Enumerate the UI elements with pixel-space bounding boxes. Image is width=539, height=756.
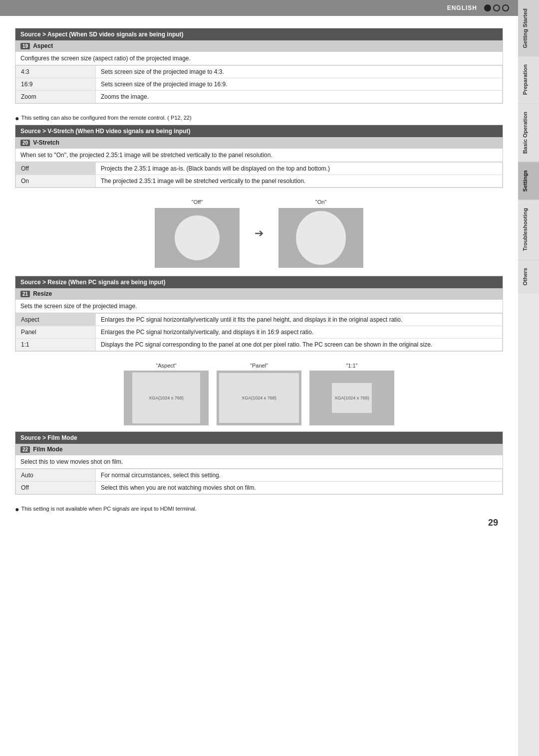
resize-frame-aspect: XGA(1024 x 768)	[124, 371, 209, 425]
filmmode-desc-auto: For normal circumstances, select this se…	[96, 469, 503, 482]
section-filmmode: Source > Film Mode 22 Film Mode Select t…	[15, 431, 503, 495]
lang-dot-1	[484, 4, 491, 11]
resize-desc-aspect: Enlarges the PC signal horizontally/vert…	[96, 314, 503, 326]
aspect-note-text: This setting can also be configured from…	[21, 115, 191, 121]
page-number: 29	[15, 518, 503, 528]
vstretch-arrow: ➔	[255, 227, 264, 240]
vstretch-option-off: Off	[16, 163, 96, 175]
resize-table: Aspect Enlarges the PC signal horizontal…	[15, 313, 503, 351]
aspect-title: Aspect	[33, 42, 53, 49]
resize-frame-11: XGA(1024 x 768)	[309, 371, 394, 425]
resize-label-11: "1:1"	[346, 363, 357, 369]
filmmode-number: 22	[20, 446, 30, 453]
sidebar-tab-preparation[interactable]: Preparation	[518, 56, 539, 103]
vstretch-table: Off Projects the 2.35:1 image as-is. (Bl…	[15, 162, 503, 188]
table-row: On The projected 2.35:1 image will be st…	[16, 175, 503, 188]
note-bullet: ●	[15, 115, 19, 122]
resize-inner-panel: XGA(1024 x 768)	[219, 373, 299, 423]
table-row: Off Projects the 2.35:1 image as-is. (Bl…	[16, 163, 503, 175]
filmmode-desc-off: Select this when you are not watching mo…	[96, 482, 503, 494]
aspect-desc-169: Sets screen size of the projected image …	[96, 78, 503, 91]
aspect-number: 19	[20, 43, 30, 49]
resize-desc-panel: Enlarges the PC signal horizontally/vert…	[96, 326, 503, 339]
resize-inner-11: XGA(1024 x 768)	[332, 383, 372, 413]
vstretch-diagram: "Off" ➔ "On"	[15, 199, 503, 268]
vstretch-frame-off	[155, 208, 240, 268]
aspect-option-zoom: Zoom	[16, 91, 96, 103]
aspect-desc-43: Sets screen size of the projected image …	[96, 66, 503, 78]
resize-diagram: "Aspect" XGA(1024 x 768) "Panel" XGA(102…	[15, 363, 503, 425]
resize-label-aspect: "Aspect"	[156, 363, 176, 369]
note-bullet-2: ●	[15, 506, 19, 513]
section-aspect: Source > Aspect (When SD video signals a…	[15, 28, 503, 104]
section-vstretch-subheader: 20 V-Stretch	[15, 137, 503, 149]
vstretch-diagram-off: "Off"	[155, 199, 240, 268]
resize-label-panel: "Panel"	[250, 363, 268, 369]
vstretch-title: V-Stretch	[33, 139, 59, 146]
aspect-option-169: 16:9	[16, 78, 96, 91]
aspect-desc-zoom: Zooms the image.	[96, 91, 503, 103]
section-resize-subheader: 21 Resize	[15, 288, 503, 300]
table-row: Panel Enlarges the PC signal horizontall…	[16, 326, 503, 339]
resize-diagram-aspect: "Aspect" XGA(1024 x 768)	[124, 363, 209, 425]
table-row: Auto For normal circumstances, select th…	[16, 469, 503, 482]
vstretch-desc: When set to "On", the projected 2.35:1 i…	[15, 149, 503, 162]
table-row: Aspect Enlarges the PC signal horizontal…	[16, 314, 503, 326]
section-filmmode-header: Source > Film Mode	[15, 432, 503, 444]
vstretch-number: 20	[20, 140, 30, 146]
resize-option-11: 1:1	[16, 339, 96, 351]
filmmode-note: ● This setting is not available when PC …	[15, 506, 503, 513]
filmmode-desc: Select this to view movies shot on film.	[15, 455, 503, 469]
vstretch-desc-off: Projects the 2.35:1 image as-is. (Black …	[96, 163, 503, 175]
vstretch-circle-on	[296, 211, 346, 265]
resize-diagram-panel: "Panel" XGA(1024 x 768)	[217, 363, 301, 425]
section-aspect-subheader: 19 Aspect	[15, 40, 503, 52]
top-bar: ENGLISH	[0, 0, 539, 16]
resize-title: Resize	[33, 290, 52, 297]
main-content: Source > Aspect (When SD video signals a…	[0, 16, 518, 543]
aspect-desc: Configures the screen size (aspect ratio…	[15, 52, 503, 65]
aspect-table: 4:3 Sets screen size of the projected im…	[15, 65, 503, 103]
section-resize-header: Source > Resize (When PC signals are bei…	[15, 276, 503, 288]
filmmode-title: Film Mode	[33, 446, 62, 453]
sidebar-tab-troubleshooting[interactable]: Troubleshooting	[518, 199, 539, 259]
resize-frame-panel: XGA(1024 x 768)	[217, 371, 301, 425]
table-row: Off Select this when you are not watchin…	[16, 482, 503, 494]
vstretch-diagram-on: "On"	[278, 199, 363, 268]
aspect-option-43: 4:3	[16, 66, 96, 78]
resize-desc: Sets the screen size of the projected im…	[15, 300, 503, 313]
section-filmmode-subheader: 22 Film Mode	[15, 444, 503, 455]
filmmode-option-auto: Auto	[16, 469, 96, 482]
filmmode-table: Auto For normal circumstances, select th…	[15, 469, 503, 494]
language-label: ENGLISH	[447, 4, 477, 11]
section-vstretch: Source > V-Stretch (When HD video signal…	[15, 125, 503, 188]
vstretch-option-on: On	[16, 175, 96, 188]
sidebar-tab-basic-operation[interactable]: Basic Operation	[518, 103, 539, 162]
sidebar-tab-others[interactable]: Others	[518, 259, 539, 293]
filmmode-option-off: Off	[16, 482, 96, 494]
resize-diagram-11: "1:1" XGA(1024 x 768)	[309, 363, 394, 425]
section-resize: Source > Resize (When PC signals are bei…	[15, 276, 503, 352]
section-aspect-header: Source > Aspect (When SD video signals a…	[15, 28, 503, 40]
resize-desc-11: Displays the PC signal corresponding to …	[96, 339, 503, 351]
vstretch-circle-off	[175, 215, 220, 260]
table-row: 4:3 Sets screen size of the projected im…	[16, 66, 503, 78]
filmmode-note-text: This setting is not available when PC si…	[21, 506, 197, 512]
vstretch-label-on: "On"	[315, 199, 326, 205]
resize-option-aspect: Aspect	[16, 314, 96, 326]
lang-dot-3	[502, 4, 509, 11]
resize-option-panel: Panel	[16, 326, 96, 339]
vstretch-frame-on	[278, 208, 363, 268]
sidebar-tab-getting-started[interactable]: Getting Started	[518, 0, 539, 56]
vstretch-desc-on: The projected 2.35:1 image will be stret…	[96, 175, 503, 188]
resize-number: 21	[20, 291, 30, 297]
resize-inner-aspect: XGA(1024 x 768)	[132, 373, 200, 423]
table-row: Zoom Zooms the image.	[16, 91, 503, 103]
table-row: 16:9 Sets screen size of the projected i…	[16, 78, 503, 91]
aspect-note: ● This setting can also be configured fr…	[15, 115, 503, 122]
section-vstretch-header: Source > V-Stretch (When HD video signal…	[15, 125, 503, 137]
right-sidebar: Getting Started Preparation Basic Operat…	[518, 0, 539, 756]
lang-dot-2	[493, 4, 500, 11]
sidebar-tab-settings[interactable]: Settings	[518, 162, 539, 199]
table-row: 1:1 Displays the PC signal corresponding…	[16, 339, 503, 351]
